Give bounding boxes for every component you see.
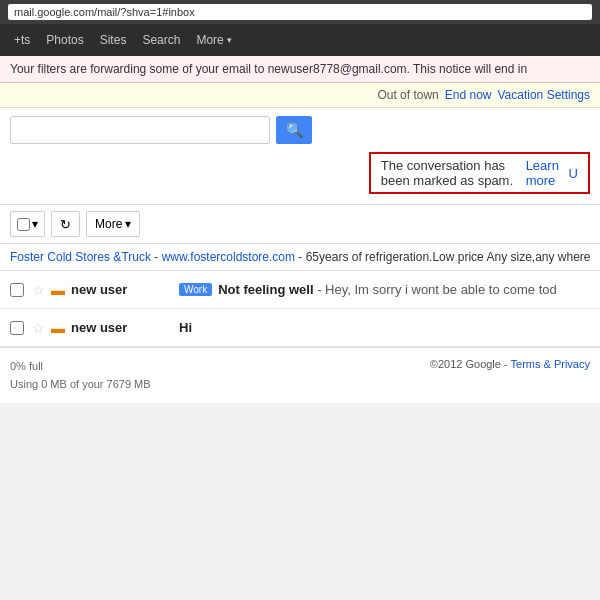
toolbar-area: 🔍 The conversation has been marked as sp…	[0, 108, 600, 205]
action-row: ▾ ↻ More ▾	[0, 205, 600, 244]
nav-item-search[interactable]: Search	[134, 24, 188, 56]
footer-right: ©2012 Google - Terms & Privacy	[430, 358, 590, 370]
nav-item-more[interactable]: More ▾	[188, 24, 239, 56]
search-input[interactable]	[10, 116, 270, 144]
select-all-checkbox[interactable]	[17, 218, 30, 231]
usage-percent: 0% full	[10, 358, 151, 376]
refresh-icon: ↻	[60, 217, 71, 232]
ad-link[interactable]: Foster Cold Stores &Truck	[10, 250, 151, 264]
email-sender-2: new user	[71, 320, 171, 335]
more-actions-button[interactable]: More ▾	[86, 211, 140, 237]
email-subject-2: Hi	[179, 320, 590, 335]
footer-left: 0% full Using 0 MB of your 7679 MB	[10, 358, 151, 393]
ad-banner: Foster Cold Stores &Truck - www.fosterco…	[0, 244, 600, 271]
copyright: ©2012 Google	[430, 358, 501, 370]
email-checkbox-1[interactable]	[10, 283, 24, 297]
spam-message: The conversation has been marked as spam…	[381, 158, 518, 188]
nav-item-sites[interactable]: Sites	[92, 24, 135, 56]
email-star-2[interactable]: ☆	[32, 320, 45, 336]
browser-bar: mail.google.com/mail/?shva=1#inbox	[0, 0, 600, 24]
vacation-settings-link[interactable]: Vacation Settings	[497, 88, 590, 102]
ad-description: - 65years of refrigeration.Low price Any…	[298, 250, 590, 264]
email-folder-icon-2: ▬	[51, 320, 65, 336]
usage-detail: Using 0 MB of your 7679 MB	[10, 376, 151, 394]
footer: 0% full Using 0 MB of your 7679 MB ©2012…	[0, 347, 600, 403]
select-checkbox-button[interactable]: ▾	[10, 211, 45, 237]
end-now-link[interactable]: End now	[445, 88, 492, 102]
email-folder-icon-1: ▬	[51, 282, 65, 298]
email-row[interactable]: ☆ ▬ new user Hi	[0, 309, 600, 347]
email-checkbox-2[interactable]	[10, 321, 24, 335]
refresh-button[interactable]: ↻	[51, 211, 80, 237]
email-label-work: Work	[179, 283, 212, 296]
email-list: ☆ ▬ new user Work Not feeling well - Hey…	[0, 271, 600, 347]
more-dropdown-arrow: ▾	[227, 35, 232, 45]
search-icon: 🔍	[286, 122, 303, 138]
search-button[interactable]: 🔍	[276, 116, 312, 144]
more-actions-arrow: ▾	[125, 217, 131, 231]
spam-notification: The conversation has been marked as spam…	[369, 152, 590, 194]
out-of-town-label: Out of town	[377, 88, 438, 102]
top-nav: +ts Photos Sites Search More ▾	[0, 24, 600, 56]
nav-item-photos[interactable]: Photos	[38, 24, 91, 56]
ad-url-link[interactable]: www.fostercoldstore.com	[162, 250, 295, 264]
out-of-town-bar: Out of town End now Vacation Settings	[0, 83, 600, 108]
undo-link[interactable]: U	[569, 166, 578, 181]
ad-url: -	[154, 250, 161, 264]
search-row: 🔍	[10, 116, 590, 144]
email-subject-1: Not feeling well - Hey, Im sorry i wont …	[218, 282, 590, 297]
email-sender-1: new user	[71, 282, 171, 297]
nav-item-ts[interactable]: +ts	[6, 24, 38, 56]
url-bar[interactable]: mail.google.com/mail/?shva=1#inbox	[8, 4, 592, 20]
email-star-1[interactable]: ☆	[32, 282, 45, 298]
terms-privacy-link[interactable]: Terms & Privacy	[511, 358, 590, 370]
learn-more-link[interactable]: Learn more	[526, 158, 561, 188]
email-row[interactable]: ☆ ▬ new user Work Not feeling well - Hey…	[0, 271, 600, 309]
warning-banner: Your filters are forwarding some of your…	[0, 56, 600, 83]
checkbox-dropdown-arrow: ▾	[32, 217, 38, 231]
